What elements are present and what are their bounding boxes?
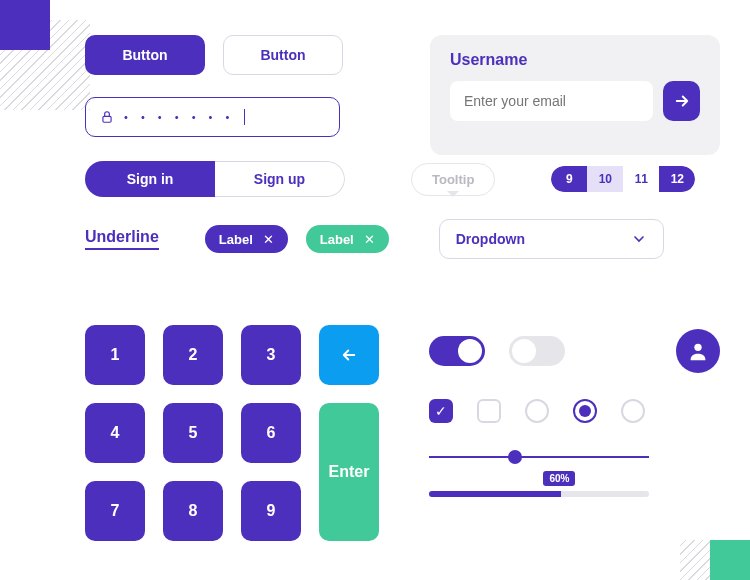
primary-button[interactable]: Button	[85, 35, 205, 75]
slider-thumb[interactable]	[508, 450, 522, 464]
key-7[interactable]: 7	[85, 481, 145, 541]
progress-bar: 60%	[429, 491, 649, 497]
tooltip: Tooltip	[411, 163, 495, 196]
radio-unchecked-2[interactable]	[621, 399, 645, 423]
key-5[interactable]: 5	[163, 403, 223, 463]
keypad: 1 2 3 4 5 6 Enter 7 8 9	[85, 325, 379, 541]
password-input[interactable]: • • • • • • •	[85, 97, 340, 137]
chevron-down-icon	[631, 231, 647, 247]
toggle-off[interactable]	[509, 336, 565, 366]
avatar[interactable]	[676, 329, 720, 373]
close-icon[interactable]: ✕	[263, 232, 274, 247]
key-3[interactable]: 3	[241, 325, 301, 385]
page-10[interactable]: 10	[587, 166, 623, 192]
outline-button[interactable]: Button	[223, 35, 343, 75]
password-mask: • • • • • • •	[124, 111, 234, 123]
key-6[interactable]: 6	[241, 403, 301, 463]
chip-label: Label	[219, 232, 253, 247]
key-1[interactable]: 1	[85, 325, 145, 385]
arrow-right-icon	[673, 92, 691, 110]
chip-purple[interactable]: Label ✕	[205, 225, 288, 253]
chip-label: Label	[320, 232, 354, 247]
card-title: Username	[450, 51, 700, 69]
svg-point-1	[694, 344, 701, 351]
key-enter[interactable]: Enter	[319, 403, 379, 541]
checkbox-checked[interactable]: ✓	[429, 399, 453, 423]
arrow-left-icon	[340, 346, 358, 364]
user-icon	[687, 340, 709, 362]
progress-fill	[429, 491, 561, 497]
key-backspace[interactable]	[319, 325, 379, 385]
key-9[interactable]: 9	[241, 481, 301, 541]
username-card: Username	[430, 35, 720, 155]
key-4[interactable]: 4	[85, 403, 145, 463]
svg-rect-0	[103, 116, 111, 122]
checkbox-unchecked[interactable]	[477, 399, 501, 423]
page-11[interactable]: 11	[623, 166, 659, 192]
radio-checked[interactable]	[573, 399, 597, 423]
pagination: 9 10 11 12	[551, 166, 695, 192]
key-8[interactable]: 8	[163, 481, 223, 541]
slider-track	[429, 456, 649, 458]
auth-segment: Sign in Sign up	[85, 161, 345, 197]
lock-icon	[100, 110, 114, 124]
underline-link[interactable]: Underline	[85, 228, 159, 250]
text-cursor	[244, 109, 245, 125]
submit-button[interactable]	[663, 81, 700, 121]
chip-green[interactable]: Label ✕	[306, 225, 389, 253]
email-input[interactable]	[450, 81, 653, 121]
check-icon: ✓	[435, 403, 447, 419]
tab-sign-in[interactable]: Sign in	[85, 161, 215, 197]
slider[interactable]	[429, 449, 649, 465]
tab-sign-up[interactable]: Sign up	[215, 161, 345, 197]
page-9[interactable]: 9	[551, 166, 587, 192]
key-2[interactable]: 2	[163, 325, 223, 385]
progress-label: 60%	[543, 471, 575, 486]
close-icon[interactable]: ✕	[364, 232, 375, 247]
radio-unchecked[interactable]	[525, 399, 549, 423]
page-12[interactable]: 12	[659, 166, 695, 192]
toggle-on[interactable]	[429, 336, 485, 366]
dropdown[interactable]: Dropdown	[439, 219, 664, 259]
dropdown-label: Dropdown	[456, 231, 525, 247]
